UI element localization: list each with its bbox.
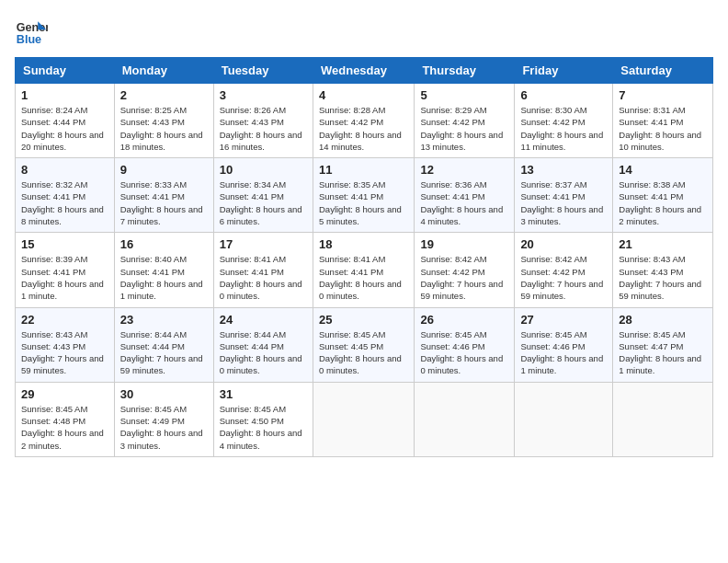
- calendar-cell: 8 Sunrise: 8:32 AM Sunset: 4:41 PM Dayli…: [16, 158, 115, 233]
- day-number: 24: [220, 313, 307, 327]
- calendar-cell: 3 Sunrise: 8:26 AM Sunset: 4:43 PM Dayli…: [213, 84, 313, 158]
- calendar-header-monday: Monday: [114, 58, 213, 84]
- day-number: 31: [220, 387, 307, 401]
- sunset-label: Sunset: 4:41 PM: [619, 117, 683, 127]
- day-number: 7: [619, 88, 707, 102]
- day-number: 4: [319, 88, 408, 102]
- sunset-label: Sunset: 4:48 PM: [21, 416, 85, 426]
- calendar-cell: 30 Sunrise: 8:45 AM Sunset: 4:49 PM Dayl…: [114, 382, 213, 456]
- sunset-label: Sunset: 4:44 PM: [220, 341, 284, 351]
- calendar-header-thursday: Thursday: [415, 58, 515, 84]
- sunset-label: Sunset: 4:42 PM: [319, 117, 383, 127]
- daylight-label: Daylight: 8 hours and 1 minute.: [619, 353, 701, 375]
- calendar-cell: [613, 382, 713, 456]
- day-info: Sunrise: 8:45 AM Sunset: 4:46 PM Dayligh…: [420, 328, 508, 377]
- day-number: 5: [420, 88, 508, 102]
- sunrise-label: Sunrise: 8:45 AM: [220, 404, 286, 414]
- sunset-label: Sunset: 4:42 PM: [420, 117, 484, 127]
- sunrise-label: Sunrise: 8:35 AM: [319, 179, 385, 190]
- calendar-header-wednesday: Wednesday: [313, 58, 414, 84]
- sunset-label: Sunset: 4:41 PM: [21, 191, 85, 201]
- day-number: 26: [420, 313, 508, 327]
- sunrise-label: Sunrise: 8:25 AM: [120, 105, 187, 115]
- day-number: 30: [120, 387, 208, 401]
- calendar-cell: 18 Sunrise: 8:41 AM Sunset: 4:41 PM Dayl…: [313, 233, 414, 307]
- day-info: Sunrise: 8:45 AM Sunset: 4:45 PM Dayligh…: [319, 328, 408, 377]
- day-number: 29: [21, 387, 108, 401]
- calendar-cell: 20 Sunrise: 8:42 AM Sunset: 4:42 PM Dayl…: [515, 233, 613, 307]
- sunrise-label: Sunrise: 8:34 AM: [220, 179, 286, 190]
- daylight-label: Daylight: 8 hours and 13 minutes.: [420, 130, 503, 152]
- sunrise-label: Sunrise: 8:36 AM: [420, 179, 486, 190]
- sunset-label: Sunset: 4:47 PM: [619, 341, 683, 351]
- day-info: Sunrise: 8:25 AM Sunset: 4:43 PM Dayligh…: [120, 104, 208, 153]
- sunset-label: Sunset: 4:46 PM: [420, 341, 484, 351]
- sunrise-label: Sunrise: 8:39 AM: [21, 254, 87, 264]
- sunrise-label: Sunrise: 8:38 AM: [619, 179, 685, 190]
- sunrise-label: Sunrise: 8:24 AM: [21, 105, 87, 115]
- sunrise-label: Sunrise: 8:45 AM: [420, 329, 486, 339]
- daylight-label: Daylight: 8 hours and 18 minutes.: [120, 130, 203, 152]
- daylight-label: Daylight: 7 hours and 59 minutes.: [120, 353, 203, 375]
- day-number: 11: [319, 163, 408, 177]
- calendar-cell: 1 Sunrise: 8:24 AM Sunset: 4:44 PM Dayli…: [16, 84, 115, 158]
- day-info: Sunrise: 8:36 AM Sunset: 4:41 PM Dayligh…: [420, 178, 508, 227]
- sunset-label: Sunset: 4:41 PM: [319, 267, 383, 277]
- day-number: 23: [120, 313, 208, 327]
- daylight-label: Daylight: 8 hours and 5 minutes.: [319, 204, 402, 226]
- day-info: Sunrise: 8:44 AM Sunset: 4:44 PM Dayligh…: [120, 328, 208, 377]
- day-number: 21: [619, 237, 707, 251]
- calendar-cell: [515, 382, 613, 456]
- sunrise-label: Sunrise: 8:42 AM: [520, 254, 586, 264]
- day-info: Sunrise: 8:28 AM Sunset: 4:42 PM Dayligh…: [319, 104, 408, 153]
- day-info: Sunrise: 8:31 AM Sunset: 4:41 PM Dayligh…: [619, 104, 707, 153]
- calendar-cell: [313, 382, 414, 456]
- day-info: Sunrise: 8:34 AM Sunset: 4:41 PM Dayligh…: [220, 178, 307, 227]
- calendar-cell: 26 Sunrise: 8:45 AM Sunset: 4:46 PM Dayl…: [415, 307, 515, 382]
- calendar-header-sunday: Sunday: [16, 58, 115, 84]
- sunset-label: Sunset: 4:43 PM: [619, 267, 683, 277]
- daylight-label: Daylight: 8 hours and 4 minutes.: [220, 428, 302, 450]
- daylight-label: Daylight: 8 hours and 1 minute.: [520, 353, 603, 375]
- calendar-cell: 31 Sunrise: 8:45 AM Sunset: 4:50 PM Dayl…: [213, 382, 313, 456]
- day-info: Sunrise: 8:45 AM Sunset: 4:49 PM Dayligh…: [120, 403, 208, 452]
- day-number: 2: [120, 88, 208, 102]
- day-number: 15: [21, 237, 108, 251]
- calendar-cell: [415, 382, 515, 456]
- daylight-label: Daylight: 8 hours and 7 minutes.: [120, 204, 203, 226]
- sunset-label: Sunset: 4:41 PM: [220, 191, 284, 201]
- calendar-cell: 13 Sunrise: 8:37 AM Sunset: 4:41 PM Dayl…: [515, 158, 613, 233]
- daylight-label: Daylight: 8 hours and 2 minutes.: [21, 428, 104, 450]
- calendar-week-row: 15 Sunrise: 8:39 AM Sunset: 4:41 PM Dayl…: [16, 233, 713, 307]
- calendar-cell: 21 Sunrise: 8:43 AM Sunset: 4:43 PM Dayl…: [613, 233, 713, 307]
- calendar-cell: 10 Sunrise: 8:34 AM Sunset: 4:41 PM Dayl…: [213, 158, 313, 233]
- day-number: 6: [520, 88, 607, 102]
- calendar-cell: 11 Sunrise: 8:35 AM Sunset: 4:41 PM Dayl…: [313, 158, 414, 233]
- day-info: Sunrise: 8:29 AM Sunset: 4:42 PM Dayligh…: [420, 104, 508, 153]
- calendar-header-saturday: Saturday: [613, 58, 713, 84]
- day-number: 25: [319, 313, 408, 327]
- sunrise-label: Sunrise: 8:40 AM: [120, 254, 187, 264]
- logo-icon: General Blue: [15, 15, 48, 48]
- day-number: 8: [21, 163, 108, 177]
- daylight-label: Daylight: 8 hours and 0 minutes.: [319, 353, 402, 375]
- day-number: 10: [220, 163, 307, 177]
- sunset-label: Sunset: 4:45 PM: [319, 341, 383, 351]
- calendar-cell: 24 Sunrise: 8:44 AM Sunset: 4:44 PM Dayl…: [213, 307, 313, 382]
- day-number: 20: [520, 237, 607, 251]
- calendar-cell: 29 Sunrise: 8:45 AM Sunset: 4:48 PM Dayl…: [16, 382, 115, 456]
- day-number: 9: [120, 163, 208, 177]
- daylight-label: Daylight: 8 hours and 1 minute.: [120, 279, 203, 301]
- day-info: Sunrise: 8:33 AM Sunset: 4:41 PM Dayligh…: [120, 178, 208, 227]
- calendar-cell: 15 Sunrise: 8:39 AM Sunset: 4:41 PM Dayl…: [16, 233, 115, 307]
- day-number: 14: [619, 163, 707, 177]
- sunset-label: Sunset: 4:49 PM: [120, 416, 185, 426]
- day-info: Sunrise: 8:45 AM Sunset: 4:47 PM Dayligh…: [619, 328, 707, 377]
- calendar-week-row: 22 Sunrise: 8:43 AM Sunset: 4:43 PM Dayl…: [16, 307, 713, 382]
- sunset-label: Sunset: 4:41 PM: [120, 267, 185, 277]
- sunset-label: Sunset: 4:42 PM: [520, 117, 585, 127]
- daylight-label: Daylight: 8 hours and 4 minutes.: [420, 204, 503, 226]
- calendar-cell: 19 Sunrise: 8:42 AM Sunset: 4:42 PM Dayl…: [415, 233, 515, 307]
- day-info: Sunrise: 8:45 AM Sunset: 4:48 PM Dayligh…: [21, 403, 108, 452]
- calendar-body: 1 Sunrise: 8:24 AM Sunset: 4:44 PM Dayli…: [16, 84, 713, 457]
